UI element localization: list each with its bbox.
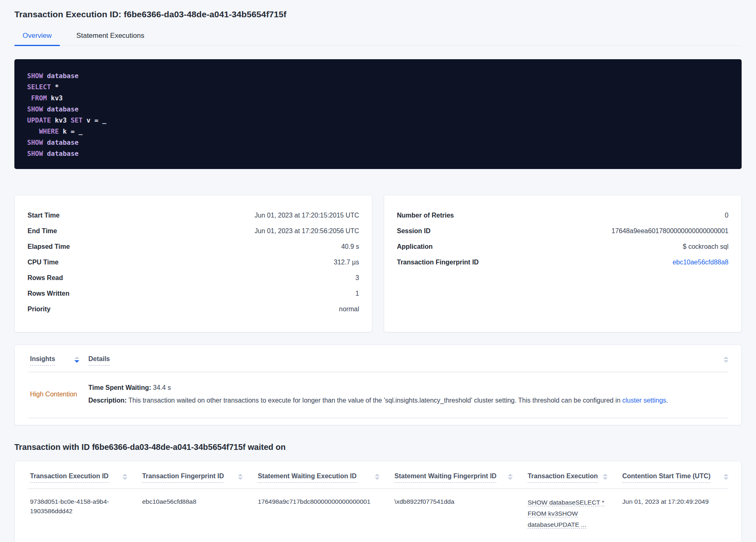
transaction-details-page: Transaction Execution ID: f6be6366-da03-…	[0, 0, 756, 542]
waited-on-table-card: Transaction Execution ID Transaction Fin…	[14, 461, 742, 542]
details-header-label[interactable]: Details	[88, 355, 110, 366]
elapsed-time-row: Elapsed Time 40.9 s	[28, 239, 359, 255]
table-row: 9738d051-bc0e-4158-a9b4-1903586ddd42 ebc…	[28, 489, 728, 542]
page-title: Transaction Execution ID: f6be6366-da03-…	[14, 9, 742, 19]
end-time-value: Jun 01, 2023 at 17:20:56:2056 UTC	[255, 227, 359, 235]
end-time-label: End Time	[28, 227, 57, 235]
sort-icon[interactable]	[238, 473, 243, 480]
application-row: Application $ cockroach sql	[397, 239, 728, 255]
session-meta-card: Number of Retries 0 Session ID 17648a9ee…	[384, 195, 742, 332]
txn-fingerprint-row: Transaction Fingerprint ID ebc10ae56cfd8…	[397, 255, 728, 270]
time-spent-waiting-label: Time Spent Waiting:	[88, 384, 151, 391]
rows-read-label: Rows Read	[28, 274, 63, 282]
execution-details-card: Start Time Jun 01, 2023 at 17:20:15:2015…	[14, 195, 372, 332]
transaction-execution-header-label[interactable]: Transaction Execution	[528, 473, 598, 483]
description-text: This transaction waited on other transac…	[127, 397, 622, 404]
time-spent-waiting-value: 34.4 s	[151, 384, 171, 391]
summary-cards: Start Time Jun 01, 2023 at 17:20:15:2015…	[14, 195, 742, 332]
sort-up-arrow-icon	[724, 474, 728, 476]
insights-header-label[interactable]: Insights	[30, 355, 55, 366]
elapsed-time-value: 40.9 s	[341, 243, 359, 250]
sort-icon[interactable]	[508, 473, 513, 480]
sort-down-arrow-icon	[375, 477, 380, 480]
session-id-label: Session ID	[397, 227, 431, 235]
rows-written-label: Rows Written	[28, 290, 69, 297]
transaction-execution-id-header-label[interactable]: Transaction Execution ID	[30, 473, 108, 483]
row-divider	[28, 418, 728, 418]
insight-type-badge: High Contention	[28, 391, 88, 398]
insights-table-header: Insights Details	[28, 345, 728, 372]
txn-fingerprint-link[interactable]: ebc10ae56cfd88a8	[673, 259, 728, 266]
insights-column-header: Insights	[28, 355, 88, 366]
rows-written-row: Rows Written 1	[28, 286, 359, 301]
cluster-settings-link[interactable]: cluster settings	[622, 397, 666, 404]
tab-statement-executions[interactable]: Statement Executions	[68, 32, 152, 45]
statement-waiting-fingerprint-id-header-label[interactable]: Statement Waiting Fingerprint ID	[394, 473, 496, 483]
tab-overview[interactable]: Overview	[14, 32, 60, 45]
col-header-statement-waiting-execution-id: Statement Waiting Execution ID	[255, 473, 392, 483]
insights-sort-icon[interactable]	[74, 355, 79, 363]
start-time-value: Jun 01, 2023 at 17:20:15:2015 UTC	[255, 212, 359, 219]
transaction-execution-statements-link[interactable]: SHOW databaseSELECT * FROM kv3SHOW datab…	[528, 499, 604, 528]
col-header-transaction-execution: Transaction Execution	[525, 473, 620, 483]
sort-down-arrow-icon	[724, 360, 728, 363]
sort-icon[interactable]	[724, 473, 728, 480]
statement-waiting-execution-id-header-label[interactable]: Statement Waiting Execution ID	[258, 473, 356, 483]
cell-transaction-execution: SHOW databaseSELECT * FROM kv3SHOW datab…	[525, 497, 620, 530]
description-suffix: .	[666, 397, 668, 404]
insights-table-card: Insights Details High Contention Time Sp…	[14, 345, 742, 425]
col-header-statement-waiting-fingerprint-id: Statement Waiting Fingerprint ID	[392, 473, 525, 483]
cpu-time-value: 312.7 µs	[334, 259, 359, 266]
contention-start-time-header-label[interactable]: Contention Start Time (UTC)	[622, 473, 711, 483]
sort-icon[interactable]	[122, 473, 127, 480]
application-label: Application	[397, 243, 433, 250]
cpu-time-label: CPU Time	[28, 259, 58, 266]
details-column-header: Details	[88, 355, 724, 366]
cell-statement-waiting-fingerprint-id: \xdb8922f077541dda	[392, 497, 525, 530]
col-header-transaction-execution-id: Transaction Execution ID	[28, 473, 140, 483]
sort-down-arrow-icon	[238, 477, 243, 480]
cpu-time-row: CPU Time 312.7 µs	[28, 255, 359, 270]
table-sort-icon[interactable]	[724, 355, 728, 363]
priority-value: normal	[339, 306, 359, 313]
waited-on-section-title: Transaction with ID f6be6366-da03-48de-a…	[14, 442, 742, 452]
sort-up-arrow-icon	[724, 357, 728, 359]
description-label: Description:	[88, 397, 127, 404]
sort-up-arrow-icon	[74, 357, 79, 359]
sort-up-arrow-icon	[603, 474, 608, 476]
rows-written-value: 1	[355, 290, 359, 297]
cell-contention-start-time: Jun 01, 2023 at 17:20:49:2049	[620, 497, 728, 530]
application-value: $ cockroach sql	[683, 243, 728, 250]
tab-bar: Overview Statement Executions	[14, 32, 742, 46]
sort-icon[interactable]	[603, 473, 608, 480]
cell-transaction-execution-id: 9738d051-bc0e-4158-a9b4-1903586ddd42	[28, 497, 140, 530]
transaction-fingerprint-id-header-label[interactable]: Transaction Fingerprint ID	[142, 473, 224, 483]
col-header-contention-start-time: Contention Start Time (UTC)	[620, 473, 728, 483]
sort-up-arrow-icon	[375, 474, 380, 476]
start-time-row: Start Time Jun 01, 2023 at 17:20:15:2015…	[28, 208, 359, 223]
sort-up-arrow-icon	[508, 474, 513, 476]
sort-down-arrow-icon	[74, 360, 79, 363]
retries-label: Number of Retries	[397, 212, 454, 219]
retries-row: Number of Retries 0	[397, 208, 728, 223]
priority-row: Priority normal	[28, 301, 359, 317]
txn-fingerprint-label: Transaction Fingerprint ID	[397, 259, 479, 266]
sort-icon[interactable]	[375, 473, 380, 480]
sql-statements: SHOW databaseSELECT * FROM kv3SHOW datab…	[14, 59, 742, 169]
sort-down-arrow-icon	[724, 477, 728, 480]
elapsed-time-label: Elapsed Time	[28, 243, 70, 250]
rows-read-value: 3	[355, 274, 359, 282]
insight-row: High Contention Time Spent Waiting: 34.4…	[28, 372, 728, 418]
priority-label: Priority	[28, 306, 51, 313]
rows-read-row: Rows Read 3	[28, 270, 359, 286]
description-line: Description: This transaction waited on …	[88, 395, 728, 406]
sort-down-arrow-icon	[122, 477, 127, 480]
time-spent-waiting-line: Time Spent Waiting: 34.4 s	[88, 382, 728, 393]
cell-transaction-fingerprint-id: ebc10ae56cfd88a8	[140, 497, 255, 530]
session-id-row: Session ID 17648a9eea6017800000000000000…	[397, 223, 728, 239]
retries-value: 0	[725, 212, 728, 219]
insight-details: Time Spent Waiting: 34.4 s Description: …	[88, 382, 728, 406]
sort-down-arrow-icon	[508, 477, 513, 480]
cell-statement-waiting-execution-id: 176498a9c717bdc80000000000000001	[255, 497, 392, 530]
waited-table-header: Transaction Execution ID Transaction Fin…	[28, 461, 728, 489]
